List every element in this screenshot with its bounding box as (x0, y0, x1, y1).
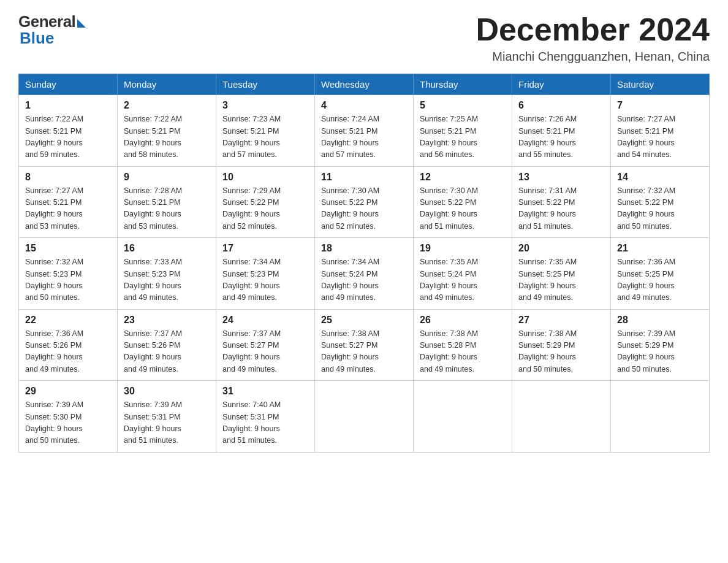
calendar-cell (315, 381, 414, 453)
day-info: Sunrise: 7:24 AM Sunset: 5:21 PM Dayligh… (321, 113, 407, 161)
calendar-cell: 7 Sunrise: 7:27 AM Sunset: 5:21 PM Dayli… (611, 95, 710, 167)
day-number: 12 (420, 172, 506, 183)
day-number: 23 (124, 315, 210, 326)
calendar-cell: 24 Sunrise: 7:37 AM Sunset: 5:27 PM Dayl… (216, 309, 315, 381)
calendar-cell: 21 Sunrise: 7:36 AM Sunset: 5:25 PM Dayl… (611, 238, 710, 310)
calendar-cell: 31 Sunrise: 7:40 AM Sunset: 5:31 PM Dayl… (216, 381, 315, 453)
main-title: December 2024 (476, 12, 710, 47)
week-row-5: 29 Sunrise: 7:39 AM Sunset: 5:30 PM Dayl… (19, 381, 710, 453)
calendar-cell: 15 Sunrise: 7:32 AM Sunset: 5:23 PM Dayl… (19, 238, 118, 310)
day-number: 18 (321, 243, 407, 254)
calendar-cell: 3 Sunrise: 7:23 AM Sunset: 5:21 PM Dayli… (216, 95, 315, 167)
day-info: Sunrise: 7:27 AM Sunset: 5:21 PM Dayligh… (617, 113, 703, 161)
calendar-cell: 27 Sunrise: 7:38 AM Sunset: 5:29 PM Dayl… (512, 309, 611, 381)
day-number: 14 (617, 172, 703, 183)
week-row-2: 8 Sunrise: 7:27 AM Sunset: 5:21 PM Dayli… (19, 166, 710, 238)
day-info: Sunrise: 7:26 AM Sunset: 5:21 PM Dayligh… (518, 113, 604, 161)
day-number: 28 (617, 315, 703, 326)
week-row-4: 22 Sunrise: 7:36 AM Sunset: 5:26 PM Dayl… (19, 309, 710, 381)
day-info: Sunrise: 7:40 AM Sunset: 5:31 PM Dayligh… (222, 399, 308, 447)
calendar-cell: 30 Sunrise: 7:39 AM Sunset: 5:31 PM Dayl… (118, 381, 216, 453)
day-info: Sunrise: 7:38 AM Sunset: 5:28 PM Dayligh… (420, 328, 506, 376)
day-number: 3 (222, 100, 308, 111)
calendar-cell (611, 381, 710, 453)
day-info: Sunrise: 7:22 AM Sunset: 5:21 PM Dayligh… (124, 113, 210, 161)
column-header-saturday: Saturday (611, 74, 710, 95)
day-number: 22 (25, 315, 111, 326)
day-number: 26 (420, 315, 506, 326)
calendar-cell: 25 Sunrise: 7:38 AM Sunset: 5:27 PM Dayl… (315, 309, 414, 381)
subtitle: Mianchi Chengguanzhen, Henan, China (476, 50, 710, 64)
day-info: Sunrise: 7:34 AM Sunset: 5:23 PM Dayligh… (222, 256, 308, 304)
day-info: Sunrise: 7:33 AM Sunset: 5:23 PM Dayligh… (124, 256, 210, 304)
logo-triangle-icon (77, 19, 86, 28)
day-number: 11 (321, 172, 407, 183)
day-info: Sunrise: 7:38 AM Sunset: 5:27 PM Dayligh… (321, 328, 407, 376)
calendar-cell: 29 Sunrise: 7:39 AM Sunset: 5:30 PM Dayl… (19, 381, 118, 453)
week-row-3: 15 Sunrise: 7:32 AM Sunset: 5:23 PM Dayl… (19, 238, 710, 310)
day-number: 4 (321, 100, 407, 111)
calendar-cell: 9 Sunrise: 7:28 AM Sunset: 5:21 PM Dayli… (118, 166, 216, 238)
day-info: Sunrise: 7:36 AM Sunset: 5:26 PM Dayligh… (25, 328, 111, 376)
day-info: Sunrise: 7:32 AM Sunset: 5:22 PM Dayligh… (617, 185, 703, 233)
header: General Blue December 2024 Mianchi Cheng… (18, 12, 710, 64)
day-number: 1 (25, 100, 111, 111)
calendar-cell: 20 Sunrise: 7:35 AM Sunset: 5:25 PM Dayl… (512, 238, 611, 310)
calendar-cell (414, 381, 512, 453)
day-info: Sunrise: 7:29 AM Sunset: 5:22 PM Dayligh… (222, 185, 308, 233)
column-header-friday: Friday (512, 74, 611, 95)
day-info: Sunrise: 7:27 AM Sunset: 5:21 PM Dayligh… (25, 185, 111, 233)
day-info: Sunrise: 7:28 AM Sunset: 5:21 PM Dayligh… (124, 185, 210, 233)
calendar-cell: 8 Sunrise: 7:27 AM Sunset: 5:21 PM Dayli… (19, 166, 118, 238)
day-info: Sunrise: 7:36 AM Sunset: 5:25 PM Dayligh… (617, 256, 703, 304)
calendar-cell: 26 Sunrise: 7:38 AM Sunset: 5:28 PM Dayl… (414, 309, 512, 381)
calendar-cell: 16 Sunrise: 7:33 AM Sunset: 5:23 PM Dayl… (118, 238, 216, 310)
column-header-tuesday: Tuesday (216, 74, 315, 95)
day-info: Sunrise: 7:39 AM Sunset: 5:30 PM Dayligh… (25, 399, 111, 447)
day-info: Sunrise: 7:39 AM Sunset: 5:31 PM Dayligh… (124, 399, 210, 447)
day-number: 25 (321, 315, 407, 326)
day-info: Sunrise: 7:25 AM Sunset: 5:21 PM Dayligh… (420, 113, 506, 161)
logo: General Blue (18, 12, 86, 48)
day-info: Sunrise: 7:31 AM Sunset: 5:22 PM Dayligh… (518, 185, 604, 233)
calendar-cell: 4 Sunrise: 7:24 AM Sunset: 5:21 PM Dayli… (315, 95, 414, 167)
calendar-cell (512, 381, 611, 453)
day-info: Sunrise: 7:32 AM Sunset: 5:23 PM Dayligh… (25, 256, 111, 304)
calendar-cell: 11 Sunrise: 7:30 AM Sunset: 5:22 PM Dayl… (315, 166, 414, 238)
calendar-table: SundayMondayTuesdayWednesdayThursdayFrid… (18, 74, 710, 453)
day-number: 24 (222, 315, 308, 326)
day-number: 5 (420, 100, 506, 111)
calendar-cell: 23 Sunrise: 7:37 AM Sunset: 5:26 PM Dayl… (118, 309, 216, 381)
day-info: Sunrise: 7:39 AM Sunset: 5:29 PM Dayligh… (617, 328, 703, 376)
day-info: Sunrise: 7:30 AM Sunset: 5:22 PM Dayligh… (321, 185, 407, 233)
logo-blue-text: Blue (20, 29, 54, 48)
day-number: 31 (222, 386, 308, 397)
day-number: 6 (518, 100, 604, 111)
day-number: 19 (420, 243, 506, 254)
calendar-cell: 5 Sunrise: 7:25 AM Sunset: 5:21 PM Dayli… (414, 95, 512, 167)
day-number: 7 (617, 100, 703, 111)
column-header-sunday: Sunday (19, 74, 118, 95)
column-header-monday: Monday (118, 74, 216, 95)
calendar-cell: 10 Sunrise: 7:29 AM Sunset: 5:22 PM Dayl… (216, 166, 315, 238)
day-number: 21 (617, 243, 703, 254)
day-number: 13 (518, 172, 604, 183)
day-number: 10 (222, 172, 308, 183)
calendar-cell: 17 Sunrise: 7:34 AM Sunset: 5:23 PM Dayl… (216, 238, 315, 310)
calendar-cell: 14 Sunrise: 7:32 AM Sunset: 5:22 PM Dayl… (611, 166, 710, 238)
title-area: December 2024 Mianchi Chengguanzhen, Hen… (476, 12, 710, 64)
calendar-cell: 18 Sunrise: 7:34 AM Sunset: 5:24 PM Dayl… (315, 238, 414, 310)
day-info: Sunrise: 7:23 AM Sunset: 5:21 PM Dayligh… (222, 113, 308, 161)
calendar-cell: 28 Sunrise: 7:39 AM Sunset: 5:29 PM Dayl… (611, 309, 710, 381)
day-info: Sunrise: 7:34 AM Sunset: 5:24 PM Dayligh… (321, 256, 407, 304)
day-number: 30 (124, 386, 210, 397)
day-number: 27 (518, 315, 604, 326)
day-info: Sunrise: 7:35 AM Sunset: 5:25 PM Dayligh… (518, 256, 604, 304)
column-header-thursday: Thursday (414, 74, 512, 95)
day-number: 9 (124, 172, 210, 183)
day-number: 16 (124, 243, 210, 254)
calendar-cell: 12 Sunrise: 7:30 AM Sunset: 5:22 PM Dayl… (414, 166, 512, 238)
calendar-cell: 22 Sunrise: 7:36 AM Sunset: 5:26 PM Dayl… (19, 309, 118, 381)
day-info: Sunrise: 7:37 AM Sunset: 5:27 PM Dayligh… (222, 328, 308, 376)
day-info: Sunrise: 7:37 AM Sunset: 5:26 PM Dayligh… (124, 328, 210, 376)
